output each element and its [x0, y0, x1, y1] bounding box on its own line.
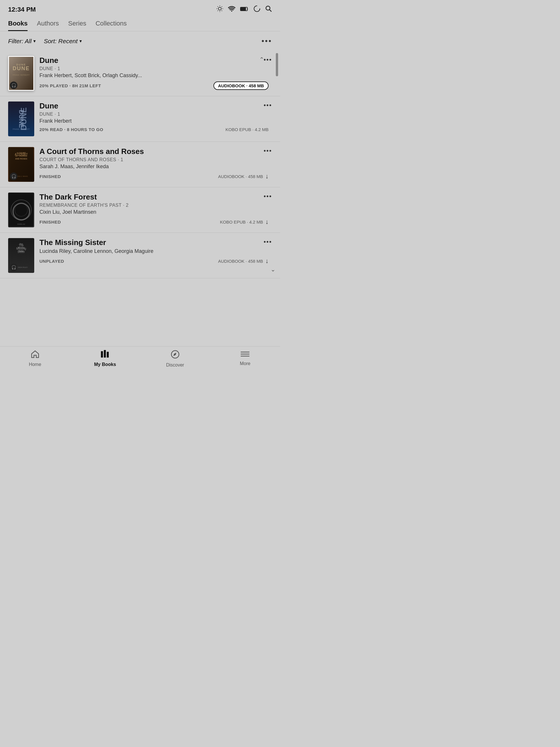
svg-point-27: [15, 204, 28, 216]
book-more-button[interactable]: •••: [263, 102, 272, 109]
book-cover-image: CIXIN LIU: [8, 192, 34, 227]
brightness-icon: [217, 5, 223, 14]
book-meta: UNPLAYED AUDIOBOOK · 458 MB ↓: [40, 257, 269, 265]
home-icon: [31, 350, 40, 360]
book-meta: FINISHED AUDIOBOOK · 458 MB ↓: [40, 173, 269, 180]
book-cover-wrap: CIXIN LIU: [8, 192, 34, 227]
svg-text:CIXIN LIU: CIXIN LIU: [17, 223, 25, 225]
sort-button[interactable]: Sort: Recent ▾: [44, 38, 82, 45]
book-status: 20% READ · 8 HOURS TO GO: [40, 127, 103, 132]
battery-icon: [240, 6, 249, 14]
book-author: Lucinda Riley, Caroline Lennon, Georgia …: [40, 248, 269, 254]
audiobook-cover-badge: 🎧: [10, 81, 18, 89]
svg-line-4: [222, 10, 222, 11]
filter-chevron-icon: ▾: [33, 38, 36, 44]
book-meta: 20% PLAYED · 8H 21M LEFT AUDIOBOOK · 458…: [40, 81, 269, 90]
tab-bar: Books Authors Series Collections: [0, 17, 280, 31]
svg-text:FRANK HERBERT: FRANK HERBERT: [13, 128, 30, 130]
book-item: CIXIN LIU The Dark Forest REMEMBRANCE OF…: [0, 187, 280, 233]
nav-discover[interactable]: Discover: [140, 350, 210, 368]
book-cover-wrap: DUNE FRANK HERBERT 🎧: [8, 56, 34, 91]
sync-icon: [253, 5, 260, 14]
book-more-button[interactable]: •••: [263, 56, 272, 63]
tab-authors[interactable]: Authors: [37, 20, 59, 31]
nav-more[interactable]: More: [210, 350, 280, 368]
discover-icon: [171, 350, 179, 361]
tab-collections[interactable]: Collections: [95, 20, 127, 31]
book-item: The Missing Sister LUCINDA RILEY 🎧 The M…: [0, 233, 280, 278]
svg-rect-34: [101, 351, 103, 358]
svg-text:DUNE: DUNE: [16, 63, 26, 66]
svg-rect-25: [9, 194, 33, 227]
svg-line-8: [222, 6, 222, 7]
book-title: The Missing Sister: [40, 238, 269, 247]
book-status: 20% PLAYED · 8H 21M LEFT: [40, 83, 101, 88]
nav-home-label: Home: [29, 362, 41, 367]
nav-discover-label: Discover: [166, 362, 184, 368]
status-bar: 12:34 PM: [0, 0, 280, 17]
audiobook-cover-badge: 🎧: [10, 264, 18, 271]
scrollbar-thumb[interactable]: [276, 53, 278, 76]
book-author: Frank Herbert: [40, 118, 269, 124]
download-button[interactable]: ↓: [265, 218, 269, 226]
book-series: DUNE · 1: [40, 66, 269, 71]
sort-chevron-icon: ▾: [79, 38, 82, 44]
book-format: KOBO EPUB · 4.2 MB ↓: [220, 218, 269, 226]
filter-sort-controls: Filter: All ▾ Sort: Recent ▾: [8, 38, 82, 45]
book-format: AUDIOBOOK · 458 MB: [213, 81, 269, 90]
svg-rect-10: [241, 7, 246, 10]
tab-series[interactable]: Series: [68, 20, 86, 31]
bottom-nav: Home My Books Discover Mor: [0, 346, 280, 374]
svg-marker-38: [173, 353, 176, 356]
book-info: Dune DUNE · 1 Frank Herbert 20% READ · 8…: [40, 102, 269, 132]
download-button[interactable]: ↓: [265, 257, 269, 265]
scrollbar-track: [276, 53, 278, 344]
book-more-button[interactable]: •••: [263, 238, 272, 246]
svg-text:DUNE: DUNE: [19, 107, 28, 130]
svg-point-26: [11, 200, 31, 220]
book-author: Frank Herbert, Scott Brick, Orlagh Cassi…: [40, 73, 269, 79]
book-list: DUNE FRANK HERBERT 🎧 Dune DUNE · 1 Frank…: [0, 51, 280, 346]
book-status: UNPLAYED: [40, 259, 64, 264]
download-button[interactable]: ↓: [265, 173, 269, 180]
svg-text:OF THORNS: OF THORNS: [15, 155, 27, 157]
book-status: FINISHED: [40, 220, 61, 225]
book-title: Dune: [40, 102, 269, 110]
filter-button[interactable]: Filter: All ▾: [8, 38, 36, 45]
svg-text:The: The: [20, 243, 23, 245]
book-title: Dune: [40, 56, 269, 65]
collapse-button[interactable]: ⌃: [259, 56, 264, 63]
book-series: REMEMBRANCE OF EARTH'S PAST · 2: [40, 203, 269, 208]
audiobook-badge: AUDIOBOOK · 458 MB: [213, 81, 269, 90]
book-more-button[interactable]: •••: [263, 192, 272, 200]
filter-bar: Filter: All ▾ Sort: Recent ▾ •••: [0, 31, 280, 51]
book-more-button[interactable]: •••: [263, 147, 272, 155]
book-title: A Court of Thorns and Roses: [40, 147, 269, 156]
book-status: FINISHED: [40, 174, 61, 179]
book-meta: 20% READ · 8 HOURS TO GO KOBO EPUB · 4.2…: [40, 127, 269, 132]
nav-my-books[interactable]: My Books: [70, 350, 141, 368]
book-cover-wrap: A COURT OF THORNS AND ROSES SARAH J. MAA…: [8, 147, 34, 182]
book-format: AUDIOBOOK · 458 MB ↓: [218, 257, 269, 265]
svg-point-12: [266, 6, 270, 10]
my-books-icon: [100, 350, 110, 360]
svg-rect-35: [104, 350, 106, 358]
book-series: DUNE · 1: [40, 112, 269, 117]
svg-text:A COURT: A COURT: [17, 152, 26, 154]
book-author: Cixin Liu, Joel Martinsen: [40, 209, 269, 215]
tab-books[interactable]: Books: [8, 20, 28, 31]
book-series: COURT OF THORNS AND ROSES · 1: [40, 157, 269, 162]
book-item: A COURT OF THORNS AND ROSES SARAH J. MAA…: [0, 142, 280, 187]
svg-text:FRANK HERBERT: FRANK HERBERT: [13, 74, 30, 76]
search-icon[interactable]: [265, 5, 272, 14]
more-options-button[interactable]: •••: [261, 36, 272, 46]
book-item: DUNE FRANK HERBERT Dune DUNE · 1 Frank H…: [0, 96, 280, 142]
book-cover-wrap: DUNE FRANK HERBERT: [8, 102, 34, 136]
svg-line-13: [270, 10, 272, 12]
book-info: A Court of Thorns and Roses COURT OF THO…: [40, 147, 269, 180]
status-time: 12:34 PM: [8, 6, 36, 14]
audiobook-cover-badge: 🎧: [10, 173, 18, 180]
scrollbar[interactable]: [275, 51, 279, 346]
more-icon: [241, 350, 249, 359]
nav-home[interactable]: Home: [0, 350, 70, 368]
